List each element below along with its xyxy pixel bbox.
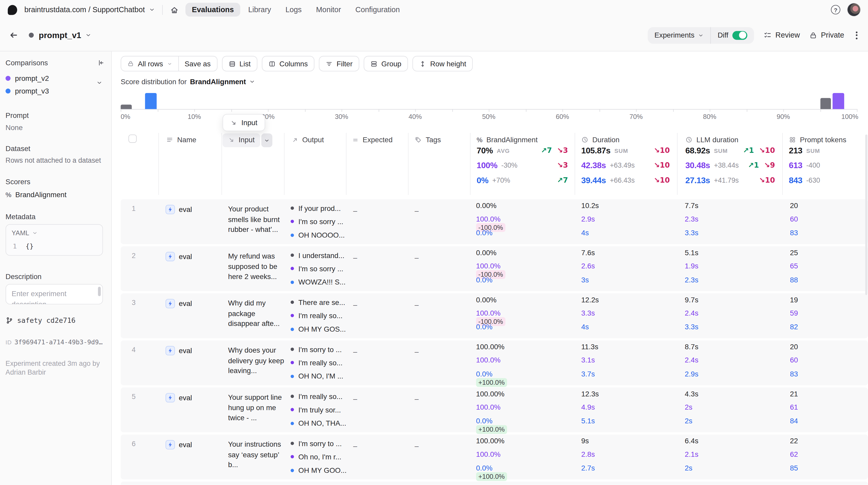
all-rows-dropdown[interactable]: All rows — [121, 57, 178, 71]
column-header-tags[interactable]: Tags — [414, 135, 441, 144]
prompt-tokens-summary: 213SUM613-400843-630 — [789, 143, 861, 188]
column-header-expected[interactable]: Expected — [352, 135, 393, 144]
table-row[interactable]: 5 evalYour support line hung up on me tw… — [121, 388, 868, 432]
git-ref[interactable]: safety cd2e716 — [5, 316, 75, 324]
comparison-item-prompt_v2[interactable]: prompt_v2 — [5, 74, 49, 82]
diff-toggle[interactable] — [732, 31, 747, 40]
private-button[interactable]: Private — [809, 31, 844, 39]
table-row[interactable]: 6 evalYour instructions say ‘easy setup’… — [121, 434, 868, 479]
output-series-dot — [291, 348, 294, 351]
histogram-bar-prompt_v1 — [820, 98, 831, 109]
axis-tick — [636, 109, 637, 112]
select-all-checkbox[interactable] — [128, 134, 137, 143]
review-button[interactable]: Review — [763, 31, 800, 39]
axis-tick — [562, 109, 563, 112]
scrollbar-thumb[interactable] — [865, 134, 867, 295]
axis-tick — [415, 109, 415, 112]
comparisons-chevron-icon[interactable] — [96, 80, 103, 86]
table-row[interactable]: 2 evalMy refund was supposed to be here … — [121, 246, 868, 291]
cell-tags: – — [414, 395, 418, 403]
cell-output: I understand...I'm so sorry ...WOWZA!!! … — [291, 248, 346, 289]
column-header-name[interactable]: Name — [166, 135, 196, 144]
cell-brandalignment: 0.00%100.0%-100.0%0.0% — [476, 202, 505, 242]
input-column-menu-button[interactable] — [261, 133, 272, 147]
axis-tick — [857, 109, 857, 112]
nav-tabs: Evaluations Library Logs Monitor Configu… — [185, 3, 406, 17]
metric-stat-line: 0%+70%↗7 — [477, 173, 568, 188]
axis-tick — [489, 109, 490, 112]
experiment-id[interactable]: ID 3f969471-a714-49b3-9d9… — [5, 338, 103, 346]
more-options-icon[interactable] — [854, 31, 860, 39]
experiment-title[interactable]: prompt_v1 — [39, 31, 81, 40]
braintrust-logo-icon[interactable] — [8, 5, 17, 14]
description-input[interactable]: Enter experiment description — [5, 284, 103, 304]
list-view-button[interactable]: List — [222, 56, 257, 71]
top-nav: braintrustdata.com / SupportChatbot Eval… — [0, 0, 868, 20]
tab-logs[interactable]: Logs — [279, 3, 308, 17]
table-row-partial[interactable] — [121, 482, 868, 485]
scorer-item[interactable]: % BrandAlignment — [5, 190, 66, 199]
cell-brandalignment: 100.00%100.0%0.0%+100.0% — [476, 390, 507, 430]
table-row[interactable]: 1 evalYour product smells like burnt rub… — [121, 199, 868, 244]
axis-tick-label: 60% — [556, 113, 569, 121]
output-series-dot — [291, 234, 294, 237]
row-height-button[interactable]: Row height — [412, 56, 473, 71]
back-button[interactable] — [9, 31, 18, 40]
help-icon[interactable]: ? — [831, 5, 840, 14]
eval-bolt-icon — [165, 440, 175, 450]
dataset-value: Rows not attached to a dataset — [5, 157, 101, 164]
scorers-title: Scorers — [5, 178, 30, 186]
output-series-dot — [291, 395, 294, 398]
home-icon[interactable] — [170, 5, 179, 14]
cell-expected: – — [353, 207, 357, 215]
comparison-item-prompt_v3[interactable]: prompt_v3 — [5, 87, 49, 95]
tab-evaluations[interactable]: Evaluations — [185, 3, 241, 17]
save-as-button[interactable]: Save as — [179, 57, 217, 71]
tab-configuration[interactable]: Configuration — [349, 3, 406, 17]
tab-monitor[interactable]: Monitor — [309, 3, 347, 17]
breadcrumb[interactable]: braintrustdata.com / SupportChatbot — [24, 5, 145, 14]
column-header-input[interactable]: Input — [228, 135, 254, 144]
cell-duration: 7.6s2.6s3s — [581, 248, 595, 289]
metadata-editor[interactable]: YAML 1 {} — [5, 224, 103, 256]
output-series-dot — [291, 328, 294, 331]
duration-summary: 105.87sSUM↘1042.38s+63.49s↘1039.44s+66.4… — [581, 143, 670, 188]
column-header-output[interactable]: Output — [292, 135, 324, 144]
scrollbar-thumb[interactable] — [98, 287, 101, 296]
cell-output: I'm sorry to ...I'm really so...OH NO, I… — [291, 342, 343, 383]
metric-stat-line: 213SUM — [789, 143, 861, 158]
collapse-sidebar-icon[interactable] — [97, 59, 105, 67]
row-name: eval — [179, 252, 192, 261]
chevron-down-icon[interactable] — [149, 7, 155, 13]
metric-stat-line: 68.92sSUM↗1↘10 — [685, 143, 775, 158]
axis-tick-label: 90% — [777, 113, 790, 121]
percent-icon: % — [5, 191, 11, 199]
columns-button[interactable]: Columns — [262, 56, 315, 71]
metadata-format-select[interactable]: YAML — [12, 229, 29, 237]
table-row[interactable]: 4 evalWhy does your delivery guy keep le… — [121, 340, 868, 385]
filter-button[interactable]: Filter — [319, 56, 360, 71]
brandalignment-summary: 70%AVG↗7↘3100%-30%↘30%+70%↗7 — [477, 143, 568, 188]
metric-stat-line: 843-630 — [789, 173, 861, 188]
cell-expected: – — [353, 254, 357, 262]
metric-stat-line: 100%-30%↘3 — [477, 158, 568, 173]
axis-tick — [673, 109, 674, 112]
tab-library[interactable]: Library — [242, 3, 278, 17]
comparison-dot — [5, 89, 10, 93]
group-button[interactable]: Group — [364, 56, 408, 71]
cell-tags: – — [414, 348, 418, 356]
axis-tick — [305, 109, 305, 112]
cell-duration: 10.2s2.9s4s — [581, 202, 599, 242]
metadata-code[interactable]: {} — [26, 243, 34, 250]
experiments-view-selector[interactable]: Experiments — [648, 27, 710, 43]
output-series-dot — [291, 207, 294, 210]
metadata-title: Metadata — [5, 212, 35, 221]
chevron-down-icon[interactable] — [85, 32, 91, 38]
table-row[interactable]: 3 evalWhy did my package disappear afte.… — [121, 293, 868, 338]
dragged-column-chip[interactable]: Input — [223, 114, 265, 131]
user-avatar[interactable] — [847, 3, 860, 16]
cell-prompt-tokens: 256588 — [790, 248, 798, 289]
axis-tick — [194, 109, 195, 112]
comparisons-title: Comparisons — [5, 59, 48, 67]
histogram-bar-prompt_v3 — [145, 93, 156, 109]
